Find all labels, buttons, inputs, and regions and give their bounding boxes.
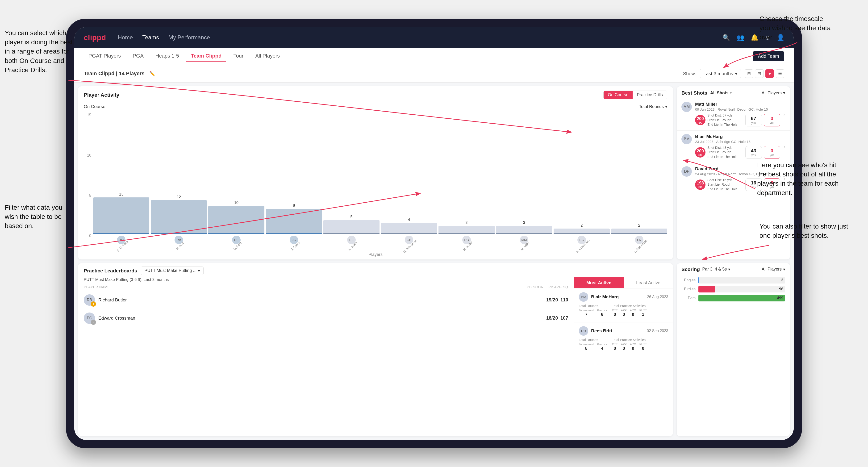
view-heart-button[interactable]: ♥ <box>766 69 774 78</box>
bar-highlight <box>554 233 610 234</box>
annotation-right-middle: Here you can see who's hit the best shot… <box>757 160 842 197</box>
shot-player-avatar: MM <box>681 102 692 112</box>
add-team-button[interactable]: Add Team <box>753 51 784 61</box>
view-grid4-button[interactable]: ⊟ <box>755 69 764 78</box>
search-icon[interactable]: 🔍 <box>722 34 730 41</box>
shot-entry[interactable]: MM Matt Miller 09 Jun 2023 · Royal North… <box>677 98 790 130</box>
chart-subheader: On Course Total Rounds ▾ <box>78 102 673 111</box>
scoring-bar-fill <box>699 295 785 302</box>
player-activity-header: Player Activity On Course Practice Drill… <box>78 86 673 102</box>
scoring-players-dropdown[interactable]: All Players ▾ <box>762 267 785 272</box>
shot-player-avatar: DF <box>681 166 692 177</box>
shot-chevron-icon[interactable]: › <box>783 111 785 118</box>
sub-nav-right: Add Team <box>753 51 784 61</box>
shot-stat-distance: 43 yds <box>745 146 762 159</box>
ap-stat-gtt: GTT 0 <box>612 343 618 351</box>
bar-highlight <box>438 233 495 234</box>
tab-most-active[interactable]: Most Active <box>574 277 624 288</box>
scoring-bar-value: 96 <box>779 287 783 291</box>
ap-stat-rounds: Total Rounds Tournament 7 Practice 6 <box>579 304 607 317</box>
shots-dropdown-arrow[interactable]: ▾ <box>730 91 732 95</box>
ap-stat-arg: ARG 0 <box>630 309 636 317</box>
bars-container: 13 BM B. McHarg 12 RB R. Britt 10 DF D. … <box>93 113 667 248</box>
ap-stat-title-activities: Total Practice Activities <box>612 304 647 308</box>
view-grid2-button[interactable]: ⊞ <box>745 69 753 78</box>
tab-pga[interactable]: PGA <box>128 51 148 62</box>
lb-row[interactable]: EC 2 Edward Crossman 18/20 107 <box>84 309 568 328</box>
ap-stat-title-rounds: Total Rounds <box>579 304 607 308</box>
shot-player-meta: 23 Jul 2023 · Ashridge GC, Hole 15 <box>695 139 780 144</box>
tab-tour[interactable]: Tour <box>228 51 248 62</box>
bar-value-label: 10 <box>234 201 239 205</box>
shot-stat-label-dist: yds <box>751 186 756 189</box>
practice-filter-dropdown[interactable]: PUTT Must Make Putting ... ▾ <box>141 267 204 275</box>
bar-value-label: 9 <box>293 204 295 208</box>
scoring-bar-wrap: 96 <box>699 286 785 292</box>
edit-icon[interactable]: ✏️ <box>149 71 155 76</box>
shot-stat-num-zero: 0 <box>771 148 773 154</box>
lb-row[interactable]: RB 1 Richard Butler 19/20 110 <box>84 291 568 309</box>
shot-stat-num-dist: 43 <box>751 148 756 154</box>
ap-name: Rees Britt <box>591 328 612 334</box>
bar-group: 5 EE E. Ebert <box>323 215 379 248</box>
bell-icon[interactable]: 🔔 <box>751 34 758 41</box>
nav-link-home[interactable]: Home <box>118 34 133 41</box>
shot-stat-label-dist: yds <box>751 154 756 157</box>
badge-sub: SG <box>699 186 702 188</box>
tab-hcaps[interactable]: Hcaps 1-5 <box>151 51 184 62</box>
annotation-top-left: You can select which player is doing the… <box>5 28 73 74</box>
filter-label: Total Rounds <box>639 104 664 109</box>
ap-stat-app: APP 0 <box>621 309 627 317</box>
top-nav: clippd Home Teams My Performance 🔍 👥 🔔 ⊕… <box>74 27 794 48</box>
tab-all-shots[interactable]: All Shots <box>710 91 728 96</box>
shot-player-name: Matt Miller <box>695 102 780 107</box>
scoring-card: Scoring Par 3, 4 & 5s ▾ All Players ▾ Ea… <box>677 263 790 436</box>
ap-stat-values-rounds: Tournament 8 Practice 4 <box>579 343 607 351</box>
tab-pgat-players[interactable]: PGAT Players <box>84 51 125 62</box>
view-list-button[interactable]: ☰ <box>776 69 784 78</box>
toggle-buttons: On Course Practice Drills <box>603 91 667 99</box>
lb-player: EC 2 Edward Crossman <box>84 312 544 324</box>
badge-sub: SG <box>699 154 702 156</box>
best-shots-players-dropdown[interactable]: All Players ▾ <box>762 90 785 96</box>
shot-player-meta: 09 Jun 2023 · Royal North Devon GC, Hole… <box>695 107 780 111</box>
toggle-on-course[interactable]: On Course <box>603 91 632 99</box>
practice-card: Practice Leaderboards PUTT Must Make Put… <box>78 263 673 436</box>
ap-stat-activities: Total Practice Activities GTT 0 APP 0 AR… <box>612 304 647 317</box>
users-icon[interactable]: 👥 <box>737 34 744 41</box>
scoring-filter-dropdown[interactable]: Par 3, 4 & 5s ▾ <box>702 267 730 272</box>
tab-least-active[interactable]: Least Active <box>624 277 673 288</box>
ap-date: 26 Aug 2023 <box>647 295 668 299</box>
player-activity-title: Player Activity <box>84 92 119 98</box>
tab-all-players[interactable]: All Players <box>250 51 284 62</box>
scoring-bar-value: 499 <box>777 296 783 300</box>
team-header: Team Clippd | 14 Players ✏️ Show: Last 3… <box>74 65 794 83</box>
shots-tab-selector: All Shots ▾ <box>710 91 732 96</box>
toggle-practice-drills[interactable]: Practice Drills <box>632 91 667 99</box>
bar-value-label: 4 <box>408 218 410 222</box>
show-dropdown[interactable]: Last 3 months ▾ <box>700 69 741 78</box>
scoring-bar-wrap: 3 <box>699 277 785 283</box>
shot-description: Shot Dist: 67 ydsStart Lie: RoughEnd Lie… <box>707 113 743 127</box>
nav-link-teams[interactable]: Teams <box>142 34 159 41</box>
bar-group: 3 RB R. Butler <box>438 220 495 248</box>
scoring-row: Pars 499 <box>681 295 785 302</box>
nav-link-my-performance[interactable]: My Performance <box>168 34 210 41</box>
shot-chevron-icon[interactable]: › <box>783 144 785 150</box>
tablet-screen: clippd Home Teams My Performance 🔍 👥 🔔 ⊕… <box>74 27 794 440</box>
shot-stat-label-zero: yds <box>770 121 774 125</box>
ap-stats-row: Total Rounds Tournament 7 Practice 6 Tot… <box>579 304 668 317</box>
scoring-row-label: Pars <box>681 296 695 300</box>
chart-filter-dropdown[interactable]: Total Rounds ▾ <box>639 104 667 109</box>
activity-player-entry[interactable]: BM Blair McHarg 26 Aug 2023 Total Rounds… <box>574 288 673 322</box>
scoring-bar-fill <box>699 286 715 292</box>
ap-stats-row: Total Rounds Tournament 8 Practice 4 Tot… <box>579 338 668 351</box>
shot-player-avatar: BM <box>681 134 692 144</box>
best-shots-header: Best Shots All Shots ▾ All Players ▾ <box>677 86 790 98</box>
tab-team-clippd[interactable]: Team Clippd <box>186 51 226 62</box>
show-value: Last 3 months <box>703 71 733 76</box>
shot-entry[interactable]: BM Blair McHarg 23 Jul 2023 · Ashridge G… <box>677 130 790 163</box>
activity-player-entry[interactable]: RB Rees Britt 02 Sep 2023 Total Rounds T… <box>574 322 673 356</box>
y-axis: 15 10 5 0 <box>84 113 91 248</box>
bar-fill <box>93 197 149 234</box>
